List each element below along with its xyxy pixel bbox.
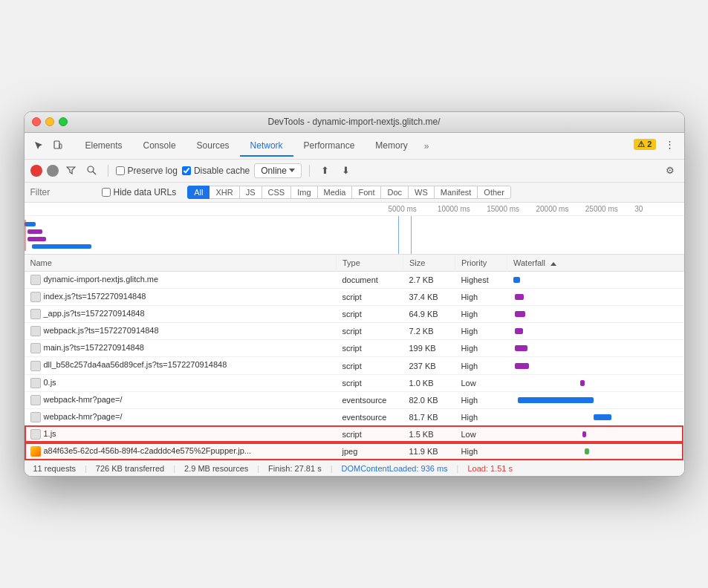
filter-other[interactable]: Other bbox=[477, 186, 511, 199]
maximize-button[interactable] bbox=[59, 117, 68, 126]
row-waterfall bbox=[507, 323, 684, 340]
row-waterfall bbox=[507, 391, 684, 408]
row-type: script bbox=[337, 323, 403, 340]
row-priority: High bbox=[455, 408, 507, 425]
table-row[interactable]: 0.jsscript1.0 KBLow bbox=[25, 374, 684, 391]
row-priority: High bbox=[455, 306, 507, 323]
alert-badge[interactable]: ⚠ 2 bbox=[634, 139, 655, 150]
timeline-bar-eventsource bbox=[32, 244, 91, 249]
more-tabs-button[interactable]: » bbox=[418, 137, 435, 156]
tab-performance[interactable]: Performance bbox=[293, 136, 366, 157]
table-row[interactable]: index.js?ts=1572270914848script37.4 KBHi… bbox=[25, 289, 684, 306]
row-size: 7.2 KB bbox=[403, 323, 455, 340]
ruler-0: 5000 ms bbox=[389, 205, 438, 213]
table-row[interactable]: main.js?ts=1572270914848script199 KBHigh bbox=[25, 340, 684, 357]
filter-media[interactable]: Media bbox=[317, 186, 353, 199]
table-row[interactable]: webpack-hmr?page=/eventsource81.7 KBHigh bbox=[25, 408, 684, 425]
row-size: 82.0 KB bbox=[403, 391, 455, 408]
timeline-content bbox=[25, 216, 684, 255]
filter-css[interactable]: CSS bbox=[262, 186, 292, 199]
throttle-dropdown[interactable]: Online bbox=[254, 163, 302, 178]
row-priority: Highest bbox=[455, 271, 507, 288]
filter-input[interactable] bbox=[30, 187, 90, 197]
sort-icon bbox=[551, 262, 556, 266]
row-type: eventsource bbox=[337, 408, 403, 425]
separator-2 bbox=[309, 165, 310, 177]
ruler-5: 30 bbox=[634, 205, 683, 213]
table-row[interactable]: webpack-hmr?page=/eventsource82.0 KBHigh bbox=[25, 391, 684, 408]
tab-elements[interactable]: Elements bbox=[75, 136, 133, 157]
resources-size: 2.9 MB resources bbox=[184, 464, 248, 473]
waterfall-bar bbox=[513, 277, 521, 283]
export-icon[interactable]: ⬇ bbox=[338, 163, 354, 179]
cursor-icon[interactable] bbox=[30, 137, 47, 154]
row-waterfall bbox=[507, 340, 684, 357]
filter-font[interactable]: Font bbox=[351, 186, 381, 199]
device-toggle-icon[interactable] bbox=[50, 137, 66, 154]
file-icon bbox=[30, 429, 41, 440]
table-row[interactable]: webpack.js?ts=1572270914848script7.2 KBH… bbox=[25, 323, 684, 340]
preserve-log-input[interactable] bbox=[116, 166, 125, 175]
filter-all[interactable]: All bbox=[187, 186, 210, 199]
svg-line-5 bbox=[93, 172, 96, 174]
filter-xhr[interactable]: XHR bbox=[209, 186, 239, 199]
stop-button[interactable] bbox=[47, 165, 59, 177]
row-name: index.js?ts=1572270914848 bbox=[44, 292, 146, 301]
table-row[interactable]: _app.js?ts=1572270914848script64.9 KBHig… bbox=[25, 306, 684, 323]
row-type: script bbox=[337, 425, 403, 442]
filter-icon[interactable] bbox=[63, 163, 79, 179]
table-row[interactable]: dll_b58c257da4aa56d89cef.js?ts=157227091… bbox=[25, 357, 684, 374]
table-row[interactable]: 1.jsscript1.5 KBLow bbox=[25, 425, 684, 442]
svg-point-4 bbox=[88, 166, 94, 172]
network-toolbar: Preserve log Disable cache Online ⬆ ⬇ ⚙ bbox=[25, 160, 684, 183]
window-title: DevTools - dynamic-import-nextjs.glitch.… bbox=[267, 117, 440, 127]
waterfall-bar bbox=[515, 294, 524, 300]
minimize-button[interactable] bbox=[45, 117, 54, 126]
header-name[interactable]: Name bbox=[25, 255, 337, 272]
tab-console[interactable]: Console bbox=[133, 136, 186, 157]
network-table[interactable]: Name Type Size Priority Waterfall dynami… bbox=[25, 255, 684, 460]
import-icon[interactable]: ⬆ bbox=[317, 163, 334, 179]
timeline-red-bar bbox=[25, 220, 26, 251]
filter-img[interactable]: Img bbox=[290, 186, 317, 199]
header-waterfall[interactable]: Waterfall bbox=[507, 255, 684, 272]
filter-js[interactable]: JS bbox=[239, 186, 262, 199]
table-row[interactable]: a84f63e5-62cd-456b-89f4-c2adddc4e575%2Fp… bbox=[25, 442, 684, 460]
header-type[interactable]: Type bbox=[337, 255, 403, 272]
file-icon bbox=[30, 309, 41, 319]
svg-rect-0 bbox=[54, 141, 59, 148]
row-type: script bbox=[337, 340, 403, 357]
ruler-4: 25000 ms bbox=[585, 205, 634, 213]
disable-cache-checkbox[interactable]: Disable cache bbox=[182, 166, 250, 176]
settings-icon[interactable]: ⚙ bbox=[662, 163, 678, 179]
waterfall-bar bbox=[515, 363, 529, 369]
more-options-icon[interactable]: ⋮ bbox=[662, 136, 678, 152]
tab-network[interactable]: Network bbox=[240, 136, 293, 157]
ruler-3: 20000 ms bbox=[536, 205, 585, 213]
close-button[interactable] bbox=[32, 117, 41, 126]
header-size[interactable]: Size bbox=[403, 255, 455, 272]
filter-doc[interactable]: Doc bbox=[380, 186, 409, 199]
row-name: webpack-hmr?page=/ bbox=[44, 412, 123, 421]
status-bar: 11 requests | 726 KB transferred | 2.9 M… bbox=[25, 460, 684, 476]
search-icon[interactable] bbox=[84, 163, 100, 179]
tab-memory[interactable]: Memory bbox=[365, 136, 418, 157]
hide-data-urls-input[interactable] bbox=[102, 188, 111, 197]
table-row[interactable]: dynamic-import-nextjs.glitch.medocument2… bbox=[25, 271, 684, 288]
row-name: main.js?ts=1572270914848 bbox=[44, 343, 144, 352]
row-type: script bbox=[337, 306, 403, 323]
record-button[interactable] bbox=[30, 165, 42, 177]
header-priority[interactable]: Priority bbox=[455, 255, 507, 272]
file-icon bbox=[30, 343, 41, 353]
file-icon bbox=[30, 412, 41, 422]
waterfall-bar bbox=[582, 431, 586, 437]
filter-ws[interactable]: WS bbox=[408, 186, 435, 199]
dom-loaded-line bbox=[398, 216, 399, 255]
disable-cache-input[interactable] bbox=[182, 166, 191, 175]
filter-manifest[interactable]: Manifest bbox=[434, 186, 478, 199]
row-name: webpack.js?ts=1572270914848 bbox=[44, 326, 159, 335]
hide-data-urls-checkbox[interactable]: Hide data URLs bbox=[102, 187, 177, 197]
preserve-log-checkbox[interactable]: Preserve log bbox=[116, 166, 178, 176]
tab-sources[interactable]: Sources bbox=[186, 136, 240, 157]
waterfall-bar bbox=[585, 448, 589, 454]
